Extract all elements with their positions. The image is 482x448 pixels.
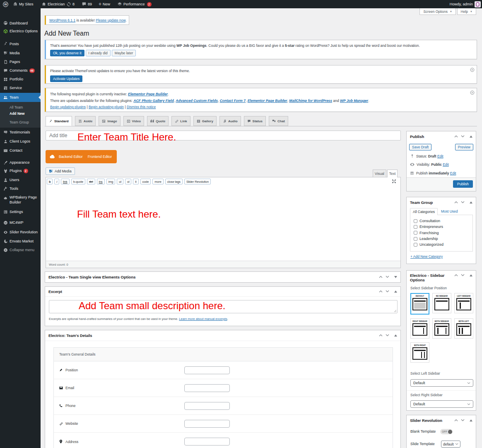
svg-text:W: W (4, 2, 7, 6)
